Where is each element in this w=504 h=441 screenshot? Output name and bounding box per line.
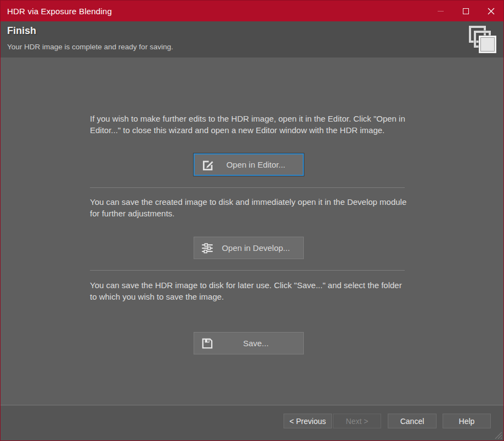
page-title: Finish (7, 25, 36, 37)
wizard-header: Finish Your HDR image is complete and re… (1, 21, 503, 58)
open-in-develop-button[interactable]: Open in Develop... (194, 237, 304, 259)
save-icon (200, 336, 214, 351)
editor-instructions-text: If you wish to make further edits to the… (90, 113, 409, 136)
save-instructions-text: You can save the HDR image to disk for l… (90, 280, 409, 302)
cancel-button[interactable]: Cancel (388, 414, 437, 428)
section-divider (90, 187, 405, 188)
minimize-button[interactable] (428, 1, 453, 21)
window-title: HDR via Exposure Blending (1, 7, 112, 16)
resize-grip[interactable] (494, 431, 502, 439)
section-divider (90, 270, 405, 271)
close-icon (488, 8, 495, 15)
stacked-images-icon (469, 26, 496, 53)
open-in-editor-label: Open in Editor... (212, 160, 286, 169)
window-controls (428, 1, 503, 21)
edit-icon (201, 158, 215, 173)
wizard-content: If you wish to make further edits to the… (1, 58, 503, 406)
hdr-wizard-window: HDR via Exposure Blending Finish Your HD… (0, 0, 504, 441)
footer-buttons: < Previous Next > Cancel Help (284, 414, 491, 428)
open-in-develop-label: Open in Develop... (207, 243, 290, 253)
page-subtitle: Your HDR image is complete and ready for… (7, 43, 173, 51)
save-button[interactable]: Save... (194, 332, 304, 354)
open-in-editor-button[interactable]: Open in Editor... (194, 153, 304, 176)
minimize-icon (438, 11, 444, 12)
previous-button[interactable]: < Previous (284, 414, 332, 428)
wizard-footer: < Previous Next > Cancel Help (1, 405, 503, 440)
sliders-icon (200, 241, 214, 255)
develop-instructions-text: You can save the created image to disk a… (90, 197, 409, 219)
maximize-icon (463, 8, 469, 14)
help-button[interactable]: Help (443, 414, 491, 428)
maximize-button[interactable] (453, 1, 478, 21)
next-button[interactable]: Next > (333, 414, 381, 428)
title-bar: HDR via Exposure Blending (1, 1, 503, 21)
close-button[interactable] (478, 1, 503, 21)
save-label: Save... (229, 339, 269, 348)
